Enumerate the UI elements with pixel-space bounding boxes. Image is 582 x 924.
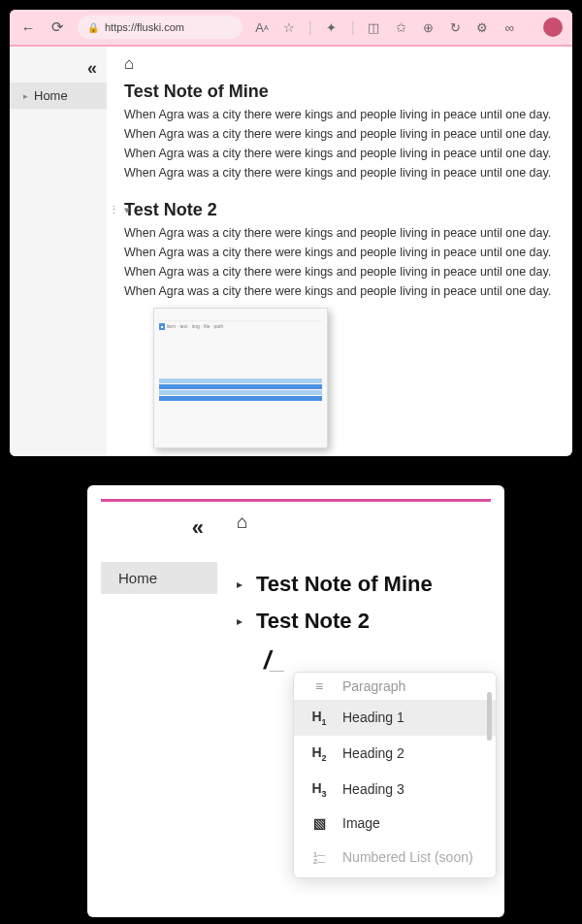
note-title: Test Note of Mine (124, 82, 555, 102)
note-paragraph: When Agra was a city there were kings an… (124, 125, 555, 143)
note-paragraph: When Agra was a city there were kings an… (124, 244, 555, 261)
paragraph-icon: ≡ (309, 678, 329, 694)
text-size-icon[interactable]: AA (254, 19, 270, 35)
sidebar: « Home (101, 502, 217, 904)
slash-menu: ≡ Paragraph H1 Heading 1 H2 Heading 2 H3… (293, 672, 497, 878)
extensions-icon[interactable]: ✦ (324, 19, 340, 35)
sidebar-item-label: Home (34, 88, 68, 103)
outline-item[interactable]: ▸ Test Note of Mine (237, 572, 491, 597)
note-block[interactable]: ⋮⋮ ▾ Test Note 2 When Agra was a city th… (124, 200, 555, 449)
outline-list: ▸ Test Note of Mine ▸ Test Note 2 /_ (237, 572, 491, 676)
bullet-icon: ▸ (237, 614, 242, 628)
image-icon: ▧ (309, 815, 329, 831)
menu-item-label: Heading 1 (342, 710, 404, 725)
note-title: Test Note 2 (124, 200, 555, 220)
outline-item[interactable]: ▸ Test Note 2 (237, 609, 491, 634)
bullet-icon: ▸ (237, 578, 242, 591)
note-paragraph: When Agra was a city there were kings an… (124, 282, 555, 300)
menu-item-label: Image (342, 815, 380, 831)
menu-item-heading2[interactable]: H2 Heading 2 (294, 736, 496, 772)
caret-icon: ▸ (23, 91, 28, 101)
profile-avatar[interactable] (543, 17, 563, 37)
menu-item-heading3[interactable]: H3 Heading 3 (294, 772, 496, 808)
note-paragraph: When Agra was a city there were kings an… (124, 145, 555, 162)
collections-icon[interactable]: ⊕ (420, 19, 436, 35)
h3-icon: H3 (309, 780, 329, 799)
star-icon[interactable]: ☆ (281, 19, 297, 35)
note-block[interactable]: Test Note of Mine When Agra was a city t… (124, 82, 555, 182)
favorites-icon[interactable]: ✩ (393, 19, 408, 35)
embedded-image[interactable]: ■ item · text · img · file · path (153, 308, 328, 448)
menu-item-paragraph[interactable]: ≡ Paragraph (294, 676, 496, 700)
main-content: ⌂ Test Note of Mine When Agra was a city… (107, 47, 572, 456)
browser-chrome: ← ⟳ 🔒 https://fluski.com AA ☆ | ✦ | ◫ ✩ … (10, 10, 572, 47)
collapse-sidebar-icon[interactable]: « (101, 512, 217, 544)
sidebar-item-home[interactable]: Home (101, 562, 217, 594)
outline-title: Test Note 2 (256, 609, 370, 634)
note-paragraph: When Agra was a city there were kings an… (124, 224, 555, 242)
menu-item-label: Paragraph (342, 678, 405, 694)
h2-icon: H2 (309, 744, 329, 763)
split-icon[interactable]: ◫ (366, 19, 381, 35)
numbered-list-icon: 1—2— (309, 848, 329, 864)
note-paragraph: When Agra was a city there were kings an… (124, 164, 555, 182)
sidebar-item-label: Home (118, 570, 157, 586)
outline-title: Test Note of Mine (256, 572, 433, 597)
home-icon[interactable]: ⌂ (237, 512, 491, 533)
main-content: ⌂ ▸ Test Note of Mine ▸ Test Note 2 /_ (217, 502, 491, 904)
collapse-sidebar-icon[interactable]: « (10, 54, 107, 82)
sidebar: « ▸ Home (10, 47, 107, 456)
app-body: « ▸ Home ⌂ Test Note of Mine When Agra w… (10, 47, 572, 456)
home-icon[interactable]: ⌂ (124, 54, 555, 74)
note-paragraph: When Agra was a city there were kings an… (124, 263, 555, 280)
scrollbar[interactable] (487, 692, 492, 741)
app-window-mobile: « Home ⌂ ▸ Test Note of Mine ▸ Test Note… (87, 485, 504, 917)
browser-window: ← ⟳ 🔒 https://fluski.com AA ☆ | ✦ | ◫ ✩ … (10, 10, 572, 456)
menu-item-numbered-list: 1—2— Numbered List (soon) (294, 840, 496, 873)
drag-handle-icon[interactable]: ⋮⋮ ▾ (107, 204, 131, 216)
sidebar-item-home[interactable]: ▸ Home (10, 82, 107, 109)
lock-icon: 🔒 (87, 22, 99, 33)
menu-item-heading1[interactable]: H1 Heading 1 (294, 700, 496, 736)
note-paragraph: When Agra was a city there were kings an… (124, 106, 555, 123)
url-bar[interactable]: 🔒 https://fluski.com (78, 16, 242, 39)
back-button[interactable]: ← (19, 18, 37, 36)
menu-item-label: Numbered List (soon) (342, 849, 473, 865)
h1-icon: H1 (309, 709, 329, 727)
menu-item-label: Heading 3 (342, 781, 404, 797)
url-text: https://fluski.com (105, 21, 184, 33)
menu-item-label: Heading 2 (342, 745, 404, 761)
refresh-button[interactable]: ⟳ (48, 18, 66, 36)
menu-item-image[interactable]: ▧ Image (294, 807, 496, 840)
settings-icon[interactable]: ⚙ (474, 19, 490, 35)
history-icon[interactable]: ↻ (447, 19, 463, 35)
link-icon[interactable]: ∞ (501, 19, 517, 35)
